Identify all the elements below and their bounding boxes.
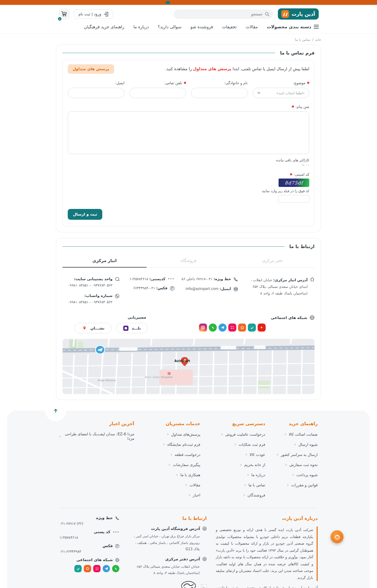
map-factory-label: Argo Factory — [98, 379, 116, 382]
tab-store[interactable]: فروشگاه — [147, 255, 231, 267]
message-label: متن پیام: — [296, 104, 309, 109]
footer-link[interactable]: شیوه پرداخت‹ — [276, 472, 318, 477]
nav-discounts[interactable]: تخفیفات — [222, 24, 237, 29]
login-register-button[interactable]: ورود | ثبت نام — [74, 9, 113, 19]
footer-link[interactable]: از خانه بخریم‹ — [211, 462, 265, 467]
arrow-up-icon — [53, 409, 58, 413]
footer-link[interactable]: پیگیری سفارشات‹ — [145, 462, 200, 467]
chat-widget-button[interactable] — [331, 530, 343, 543]
footer-link[interactable]: فروشندگان‹ — [211, 493, 265, 498]
contact-info-card: ارتباط با ما دفتر مرکزی فروشگاه انبار مر… — [56, 238, 321, 400]
search-icon — [265, 12, 269, 16]
footer-col-title: آخرین اخبار — [59, 421, 134, 426]
footer-news-link[interactable]: مزدا EZ-6: سدان لیفت‌بک با امضای طراحی م… — [59, 432, 134, 441]
nav-categories[interactable]: دسته بندی محصولات — [267, 24, 318, 29]
footer-link[interactable]: نحوه ثبت سفارش‹ — [276, 462, 318, 467]
map[interactable]: Amir Alam Hospital Argo Factory AzinPart — [62, 339, 315, 394]
stamp-logo[interactable] — [181, 581, 196, 588]
footer-link[interactable]: ارسال به سراسر کشور‹ — [276, 452, 318, 457]
office-address-label: آدرس دفتر مرکزی — [165, 557, 200, 561]
footer-postal-value: ۱۱۴۵۷۸۴۶۱۸ — [59, 536, 119, 539]
chevron-left-icon: ‹ — [171, 452, 172, 457]
subject-select[interactable]: «لطفا انتخاب کنید» — [253, 88, 310, 98]
aparat-icon[interactable] — [228, 324, 236, 332]
title-divider — [62, 53, 275, 53]
tab-head-office[interactable]: دفتر مرکزی — [230, 255, 315, 267]
bale-icon[interactable] — [74, 565, 82, 572]
trust-badge-placeholder[interactable] — [201, 584, 207, 588]
nav-teachers-guide[interactable]: راهنمای خرید فرهنگیان — [84, 24, 124, 29]
chevron-left-icon: ‹ — [235, 442, 236, 447]
breadcrumb-home[interactable]: خانه — [315, 38, 321, 42]
map-pin-label: AzinPart — [175, 359, 191, 362]
about-title: درباره آذین پارت — [216, 516, 318, 521]
logo[interactable]: آذین پارت — [278, 8, 318, 20]
chevron-left-icon: ‹ — [287, 482, 289, 487]
footer-link[interactable]: درخواست قطعه‹ — [145, 452, 200, 457]
email-row[interactable]: ایمیل: info@azinpart.com — [179, 286, 238, 291]
footer-link[interactable]: پرسش‌های متداول‹ — [145, 432, 200, 437]
chevron-left-icon: ‹ — [284, 432, 286, 437]
back-to-top-button[interactable] — [49, 405, 62, 418]
chevron-left-icon: ‹ — [245, 452, 247, 457]
footer-link[interactable]: قوانین و مقررات‹ — [276, 482, 318, 487]
neshan-button[interactable]: نشـــان — [74, 323, 112, 333]
footer-link[interactable]: تماس با ما‹ — [211, 482, 265, 487]
aparat-icon[interactable] — [93, 565, 101, 572]
breadcrumb: خانه / تماس با ما — [56, 38, 321, 42]
footer-link[interactable]: درخواست عاملیت فروش‹ — [211, 432, 265, 437]
chevron-left-icon: ‹ — [294, 442, 296, 447]
bale-icon[interactable] — [248, 324, 256, 332]
footer-link[interactable]: مقالات‹ — [145, 482, 200, 487]
chevron-left-icon: ‹ — [221, 432, 223, 437]
cart-count-badge: 0 — [57, 16, 62, 21]
footer-link[interactable]: فرم ثبت شکایات‹ — [211, 442, 265, 447]
required-dot — [292, 106, 294, 108]
faq-button[interactable]: پرسش های متداول — [68, 64, 114, 74]
message-textarea[interactable] — [68, 111, 309, 154]
email-input[interactable] — [68, 88, 125, 98]
search-input[interactable] — [177, 12, 263, 16]
cart-button[interactable]: 0 — [59, 8, 70, 20]
warehouse-address: آدرس انبار مرکزی: خیابان انقلاب ، ابتدای… — [243, 277, 315, 297]
telegram-icon[interactable] — [103, 565, 110, 572]
name-input[interactable] — [191, 88, 248, 98]
login-icon — [104, 12, 109, 16]
nav-about[interactable]: درباره ما — [133, 24, 149, 29]
whatsapp-icon[interactable] — [112, 565, 119, 572]
chevron-left-icon: ‹ — [167, 432, 169, 437]
search-box[interactable] — [174, 9, 273, 19]
about-paragraph-2: آذین پارت امروزه با برخورداری از کادری م… — [216, 585, 318, 588]
phone-input[interactable] — [130, 88, 186, 98]
footer-link[interactable]: شیوه ارسال‹ — [276, 442, 318, 447]
balad-button[interactable]: بلـــد — [116, 323, 148, 333]
map-canvas: Amir Alam Hospital Argo Factory AzinPart — [62, 339, 315, 394]
footer-columns: راهنمای خرید ضمانت اصالت کالا‹ شیوه ارسا… — [59, 421, 318, 503]
nav-become-seller[interactable]: فروشنده شو — [191, 24, 213, 29]
whatsapp-icon[interactable] — [209, 324, 217, 332]
footer-link[interactable]: فرم ثبت‌نام نمایشگاه‹ — [145, 442, 200, 447]
faq-link[interactable]: پرسش های متداول — [193, 66, 231, 71]
submit-button[interactable]: ثبت و ارسال — [68, 209, 102, 220]
youtube-icon[interactable] — [258, 324, 266, 332]
telegram-icon[interactable] — [219, 324, 227, 332]
eitaa-icon[interactable] — [84, 565, 91, 572]
chevron-left-icon: ‹ — [244, 482, 246, 487]
footer-contact-title: ارتباط با ما — [128, 516, 207, 521]
nav-questions[interactable]: سوالی دارید؟ — [158, 24, 182, 29]
footer-social-icons — [59, 565, 119, 572]
nav-articles[interactable]: مقالات — [246, 24, 258, 29]
footer-link[interactable]: اخبار‹ — [145, 493, 200, 498]
eitaa-icon[interactable] — [238, 324, 246, 332]
footer-link[interactable]: عودت کالا‹ — [211, 452, 265, 457]
footer-link[interactable]: درباره ما‹ — [211, 472, 265, 477]
footer-link[interactable]: ضمانت اصالت کالا‹ — [276, 432, 318, 437]
footer-col-quick-access: دسترسی سریع درخواست عاملیت فروش‹ فرم ثبت… — [211, 421, 265, 503]
remaining-chars-value: ۱۰۰۰ — [68, 163, 309, 167]
footer-link[interactable]: همکاری با ما‹ — [145, 472, 200, 477]
chevron-left-icon: ‹ — [176, 472, 178, 477]
tab-central-warehouse[interactable]: انبار مرکزی — [62, 255, 147, 267]
captcha-input[interactable] — [278, 195, 309, 203]
fax-icon — [170, 286, 175, 291]
instagram-icon[interactable] — [199, 324, 207, 332]
